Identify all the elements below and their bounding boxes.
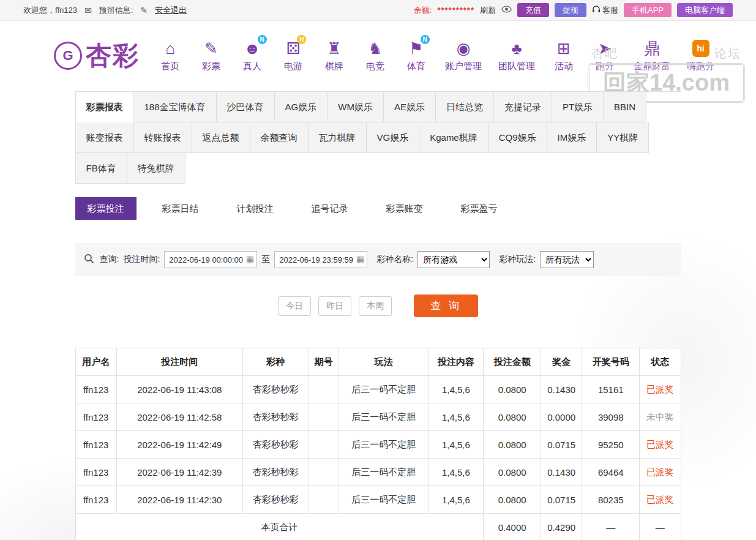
thisweek-button[interactable]: 本周 bbox=[359, 296, 392, 316]
tab-daily-summary[interactable]: 日结总览 bbox=[436, 92, 494, 122]
nav-item-esports[interactable]: ♞ 电竞 bbox=[363, 39, 387, 72]
cell-status[interactable]: 未中奖 bbox=[640, 403, 681, 431]
pc-client-button[interactable]: 电脑客户端 bbox=[677, 3, 733, 18]
new-badge: N bbox=[258, 35, 267, 44]
tab-account-change[interactable]: 账变报表 bbox=[76, 122, 134, 153]
cell-status[interactable]: 已派奖 bbox=[640, 376, 681, 403]
subtab-lottery-daily[interactable]: 彩票日结 bbox=[150, 197, 211, 220]
nav-label: 金鼎财富 bbox=[634, 61, 670, 72]
cell-bet-amount: 0.0800 bbox=[484, 459, 541, 486]
egames-icon: ⚄H bbox=[286, 39, 301, 58]
cell-draw-number: 80235 bbox=[582, 486, 640, 514]
tab-balance-query[interactable]: 余额查询 bbox=[250, 122, 309, 153]
nav-item-lottery[interactable]: ✎ 彩票 bbox=[199, 39, 223, 72]
tab-lottery-report[interactable]: 彩票报表 bbox=[76, 92, 134, 122]
today-button[interactable]: 今日 bbox=[278, 296, 311, 316]
topbar-right: 余额: ********** 刷新 充值 提现 客服 手机APP 电脑客户端 bbox=[414, 3, 733, 18]
envelope-icon[interactable]: ✉ bbox=[84, 6, 92, 15]
tab-pt[interactable]: PT娱乐 bbox=[552, 92, 604, 122]
car-icon: ➤ bbox=[598, 39, 612, 58]
top-bar: 欢迎您，ffn123 ✉ 预留信息: ✎ 安全退出 余额: **********… bbox=[0, 0, 756, 21]
col-prize: 奖金 bbox=[541, 348, 582, 376]
gift-icon: ⊞ bbox=[557, 39, 571, 58]
nav-label: 账户管理 bbox=[445, 61, 482, 72]
balance-value: ********** bbox=[437, 6, 474, 15]
tab-188-sports[interactable]: 188金宝博体育 bbox=[134, 92, 217, 122]
tab-yy-chess[interactable]: YY棋牌 bbox=[597, 122, 649, 153]
cell-bet-content: 1,4,5,6 bbox=[429, 486, 484, 514]
nav-item-live[interactable]: ☻N 真人 bbox=[240, 39, 264, 72]
logo-emblem-icon: G bbox=[54, 42, 82, 70]
subtab-lottery-pnl[interactable]: 彩票盈亏 bbox=[449, 197, 510, 220]
cell-bet-amount: 0.0800 bbox=[484, 486, 541, 514]
date-from-input[interactable] bbox=[164, 251, 257, 268]
tab-kgame[interactable]: Kgame棋牌 bbox=[419, 122, 488, 153]
cell-bet-time: 2022-06-19 11:42:30 bbox=[116, 486, 242, 514]
table-header-row: 用户名 投注时间 彩种 期号 玩法 投注内容 投注金额 奖金 开奖号码 状态 bbox=[75, 348, 681, 376]
logout-link[interactable]: 安全退出 bbox=[155, 5, 187, 16]
tab-fb-sports[interactable]: FB体育 bbox=[76, 153, 127, 184]
tab-cq9[interactable]: CQ9娱乐 bbox=[488, 122, 547, 153]
site-logo[interactable]: G 杏彩 bbox=[54, 39, 140, 73]
cell-bet-time: 2022-06-19 11:42:39 bbox=[116, 459, 242, 486]
sports-icon: ⚑N bbox=[409, 39, 423, 58]
subtab-lottery-bets[interactable]: 彩票投注 bbox=[75, 197, 137, 220]
nav-label: 活动 bbox=[555, 61, 573, 72]
tab-tetu-chess[interactable]: 特兔棋牌 bbox=[127, 153, 185, 184]
tab-vg[interactable]: VG娱乐 bbox=[367, 122, 420, 153]
main-nav: ⌂ 首页 ✎ 彩票 ☻N 真人 ⚄H 电游 ♜ 棋牌 ♞ 电竞 bbox=[158, 39, 714, 72]
new-badge: N bbox=[421, 35, 430, 44]
date-to-input[interactable] bbox=[274, 251, 367, 268]
tab-wali-chess[interactable]: 瓦力棋牌 bbox=[309, 122, 367, 153]
subtab-plan-bets[interactable]: 计划投注 bbox=[225, 197, 286, 220]
refresh-balance-link[interactable]: 刷新 bbox=[480, 5, 496, 16]
nav-item-egames[interactable]: ⚄H 电游 bbox=[281, 39, 305, 72]
cell-status[interactable]: 已派奖 bbox=[640, 486, 681, 514]
mobile-app-button[interactable]: 手机APP bbox=[624, 3, 672, 18]
nav-item-home[interactable]: ⌂ 首页 bbox=[158, 39, 182, 72]
subtab-lottery-changes[interactable]: 彩票账变 bbox=[374, 197, 435, 220]
game-select[interactable]: 所有游戏 bbox=[417, 251, 490, 268]
nav-item-hipaofen[interactable]: hi 嗨跑分 bbox=[687, 39, 714, 72]
edit-icon[interactable]: ✎ bbox=[140, 6, 148, 15]
nav-item-chess[interactable]: ♜ 棋牌 bbox=[322, 39, 346, 72]
nav-item-paofen[interactable]: ➤ 跑分 bbox=[593, 39, 617, 72]
cell-playtype: 后三一码不定胆 bbox=[339, 376, 429, 403]
nav-item-activity[interactable]: ⊞ 活动 bbox=[552, 39, 576, 72]
cell-prize: 0.0000 bbox=[541, 403, 582, 431]
tab-wm[interactable]: WM娱乐 bbox=[327, 92, 384, 122]
tab-saba-sports[interactable]: 沙巴体育 bbox=[217, 92, 275, 122]
tab-transfer-report[interactable]: 转账报表 bbox=[134, 122, 192, 153]
nav-item-sports[interactable]: ⚑N 体育 bbox=[404, 39, 429, 72]
recharge-button[interactable]: 充值 bbox=[517, 3, 549, 18]
eye-icon[interactable] bbox=[501, 6, 512, 15]
customer-service-link[interactable]: 客服 bbox=[592, 5, 618, 16]
customer-service-label: 客服 bbox=[602, 5, 618, 16]
withdraw-button[interactable]: 提现 bbox=[555, 3, 586, 18]
cell-lottery: 杏彩秒秒彩 bbox=[242, 486, 309, 514]
cell-draw-number: 15161 bbox=[582, 376, 640, 403]
cell-bet-time: 2022-06-19 11:42:58 bbox=[116, 403, 242, 431]
nav-item-jinding[interactable]: 鼎 金鼎财富 bbox=[634, 39, 670, 72]
cell-username: ffn123 bbox=[75, 486, 116, 514]
chess-icon: ♜ bbox=[327, 39, 341, 58]
tab-bbin[interactable]: BBIN bbox=[604, 92, 646, 122]
tab-im[interactable]: IM娱乐 bbox=[547, 122, 597, 153]
subtab-chase-records[interactable]: 追号记录 bbox=[299, 197, 361, 220]
table-summary-row: 本页合计 0.4000 0.4290 — — bbox=[75, 514, 681, 540]
tab-ag[interactable]: AG娱乐 bbox=[275, 92, 328, 122]
yesterday-button[interactable]: 昨日 bbox=[318, 296, 351, 316]
play-select[interactable]: 所有玩法 bbox=[540, 251, 594, 268]
nav-item-team[interactable]: ♣ 团队管理 bbox=[498, 39, 535, 72]
tab-deposit-records[interactable]: 充提记录 bbox=[494, 92, 552, 122]
nav-label: 跑分 bbox=[596, 61, 614, 72]
nav-item-account[interactable]: ◉ 账户管理 bbox=[445, 39, 482, 72]
tab-rebate-total[interactable]: 返点总额 bbox=[192, 122, 250, 153]
col-bet-amount: 投注金额 bbox=[484, 348, 541, 376]
tab-ae[interactable]: AE娱乐 bbox=[384, 92, 436, 122]
cell-status[interactable]: 已派奖 bbox=[640, 431, 681, 459]
team-icon: ♣ bbox=[511, 39, 522, 58]
search-button[interactable]: 查 询 bbox=[414, 294, 478, 317]
cell-status[interactable]: 已派奖 bbox=[640, 459, 681, 486]
search-icon bbox=[84, 253, 94, 266]
